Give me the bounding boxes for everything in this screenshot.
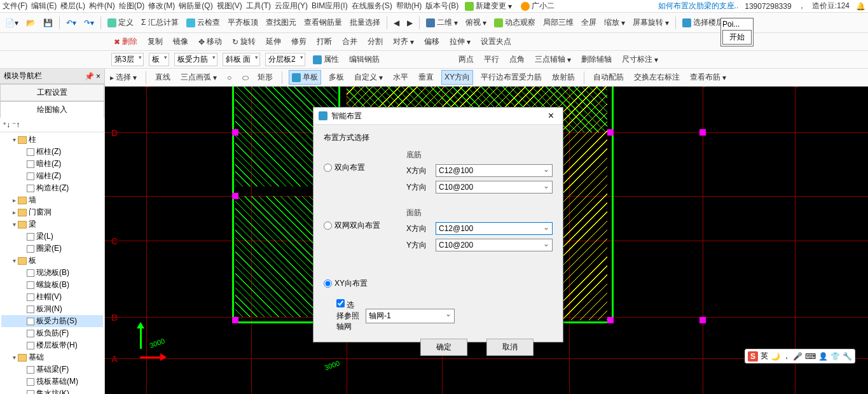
angle-button[interactable]: 点角: [507, 53, 527, 66]
grip-button[interactable]: 设置夹点: [478, 35, 514, 48]
menu-online[interactable]: 在线服务(S): [352, 1, 392, 11]
tree-item[interactable]: 框柱(Z): [1, 146, 103, 158]
menu-help[interactable]: 帮助(H): [396, 1, 422, 11]
offset-button[interactable]: 偏移: [422, 35, 442, 48]
top-y-combo[interactable]: C10@200: [436, 239, 553, 251]
tree-item[interactable]: 暗柱(Z): [1, 158, 103, 170]
redo-icon[interactable]: ↷▾: [81, 17, 97, 29]
stretch-button[interactable]: 拉伸▾: [447, 35, 473, 48]
local3d-button[interactable]: 局部三维: [541, 16, 576, 29]
align-button[interactable]: 对齐▾: [390, 35, 417, 48]
arc-button[interactable]: 三点画弧▾: [178, 71, 219, 84]
select-button[interactable]: ▸选择▾: [107, 71, 139, 84]
tree-item[interactable]: 现浇板(B): [1, 267, 103, 279]
bottom-y-combo[interactable]: C10@200: [436, 181, 553, 193]
save-icon[interactable]: 💾: [41, 17, 55, 29]
rotate-button[interactable]: ↻旋转: [230, 35, 258, 48]
wrench-icon[interactable]: 🔧: [843, 352, 852, 361]
find-button[interactable]: 查找图元: [263, 16, 299, 29]
line-button[interactable]: 直线: [153, 71, 173, 84]
tree-item[interactable]: 集水坑(K): [1, 388, 103, 394]
2d-button[interactable]: 二维▾: [424, 16, 460, 29]
two-point-button[interactable]: 两点: [456, 53, 476, 66]
help-link[interactable]: 如何布置次肋梁的支座..: [658, 1, 739, 11]
component-tree[interactable]: ▾柱框柱(Z)暗柱(Z)端柱(Z)构造柱(Z)▸墙▸门窗洞▾梁梁(L)圈梁(E)…: [0, 132, 104, 394]
extend-button[interactable]: 延伸: [263, 35, 284, 48]
tree-item[interactable]: ▾板: [1, 255, 103, 267]
next-icon[interactable]: ▶: [404, 17, 415, 29]
subcomp-select[interactable]: 板受力筋: [174, 53, 217, 66]
menu-modify[interactable]: 修改(M): [148, 1, 175, 11]
expand-icon[interactable]: ⁺↓: [3, 120, 10, 129]
parallel-edge-button[interactable]: 平行边布置受力筋: [478, 71, 544, 84]
merge-button[interactable]: 合并: [340, 35, 360, 48]
new-icon[interactable]: 📄▾: [3, 17, 21, 29]
top-view-button[interactable]: 俯视▾: [463, 16, 489, 29]
bell-icon[interactable]: 🔔: [856, 2, 865, 11]
tree-item[interactable]: 楼层板带(H): [1, 339, 103, 351]
select-floor-button[interactable]: 选择楼层: [680, 16, 726, 29]
tree-item[interactable]: 板洞(N): [1, 303, 103, 315]
mic-icon[interactable]: 🎤: [793, 352, 803, 361]
tree-item[interactable]: ▾柱: [1, 134, 103, 146]
radio-bidirectional[interactable]: 双向布置: [324, 162, 394, 173]
menu-draw[interactable]: 绘图(D): [119, 1, 145, 11]
auto-rebar-button[interactable]: 自动配筋: [591, 71, 626, 84]
menu-version[interactable]: 版本号(B): [425, 1, 458, 11]
view-steel-button[interactable]: 查看钢筋量: [301, 16, 345, 29]
ime-lang[interactable]: 英: [761, 351, 768, 362]
floor-select[interactable]: 第3层: [111, 53, 144, 66]
move-button[interactable]: ✥移动: [196, 35, 224, 48]
sogou-icon[interactable]: S: [748, 351, 758, 362]
three-point-axis-button[interactable]: 三点辅轴▾: [532, 53, 574, 66]
xy-direction-button[interactable]: XY方向: [441, 70, 473, 85]
collapse-icon[interactable]: ⁻↑: [12, 120, 20, 129]
tree-item[interactable]: 基础梁(F): [1, 363, 103, 376]
bottom-x-combo[interactable]: C12@100: [436, 164, 553, 177]
dimension-button[interactable]: 尺寸标注▾: [619, 53, 661, 66]
radio-xy-direction[interactable]: XY向布置: [324, 278, 394, 289]
tree-item[interactable]: 柱帽(V): [1, 291, 103, 303]
layer-select[interactable]: 分层板2: [265, 53, 305, 66]
circle-icon[interactable]: ○: [224, 72, 235, 83]
tree-item[interactable]: ▸门窗洞: [1, 206, 103, 218]
prev-icon[interactable]: ◀: [391, 17, 402, 29]
cancel-button[interactable]: 取消: [486, 339, 534, 356]
tree-item[interactable]: 圈梁(E): [1, 243, 103, 255]
fullscreen-button[interactable]: 全屏: [579, 16, 599, 29]
tab-draw-input[interactable]: 绘图输入: [0, 101, 104, 118]
menu-view[interactable]: 视图(V): [217, 1, 242, 11]
menu-comp[interactable]: 构件(N): [89, 1, 115, 11]
tree-item[interactable]: 板受力筋(S): [1, 315, 103, 327]
split-button[interactable]: 分割: [365, 35, 385, 48]
axis-ref-checkbox[interactable]: 选择参照轴网: [336, 299, 362, 332]
zoom-button[interactable]: 缩放▾: [602, 16, 628, 29]
dynamic-button[interactable]: 动态观察: [492, 16, 538, 29]
ok-button[interactable]: 确定: [420, 339, 467, 356]
menu-floor[interactable]: 楼层(L): [60, 1, 85, 11]
tree-item[interactable]: ▸墙: [1, 194, 103, 206]
break-button[interactable]: 打断: [314, 35, 334, 48]
swap-annotation-button[interactable]: 交换左右标注: [631, 71, 682, 84]
pin-icon[interactable]: 📌 ×: [85, 72, 100, 81]
horiz-button[interactable]: 水平: [390, 71, 411, 84]
keyboard-icon[interactable]: ⌨: [805, 352, 816, 361]
copy-button[interactable]: 复制: [145, 35, 165, 48]
radio-double-net[interactable]: 双网双向布置: [324, 220, 394, 231]
ime-toolbar[interactable]: S 英 🌙 ， 🎤 ⌨ 👤 👕 🔧: [745, 349, 855, 363]
menu-edit[interactable]: 编辑(E): [31, 1, 57, 11]
sum-button[interactable]: Σ 汇总计算: [139, 16, 181, 29]
screen-rotate-button[interactable]: 屏幕旋转▾: [630, 16, 672, 29]
delete-button[interactable]: ✖删除: [111, 35, 140, 48]
menu-steel[interactable]: 钢筋量(Q): [179, 1, 212, 11]
tree-item[interactable]: ▾梁: [1, 218, 103, 230]
open-icon[interactable]: 📂: [24, 17, 38, 29]
flat-top-button[interactable]: 平齐板顶: [225, 16, 261, 29]
vert-button[interactable]: 垂直: [416, 71, 436, 84]
component-select[interactable]: 板: [149, 53, 169, 66]
trim-button[interactable]: 修剪: [289, 35, 309, 48]
top-x-combo[interactable]: C12@100: [436, 222, 553, 235]
shirt-icon[interactable]: 👕: [830, 352, 840, 361]
mirror-button[interactable]: 镜像: [170, 35, 191, 48]
tab-project-settings[interactable]: 工程设置: [0, 84, 104, 101]
